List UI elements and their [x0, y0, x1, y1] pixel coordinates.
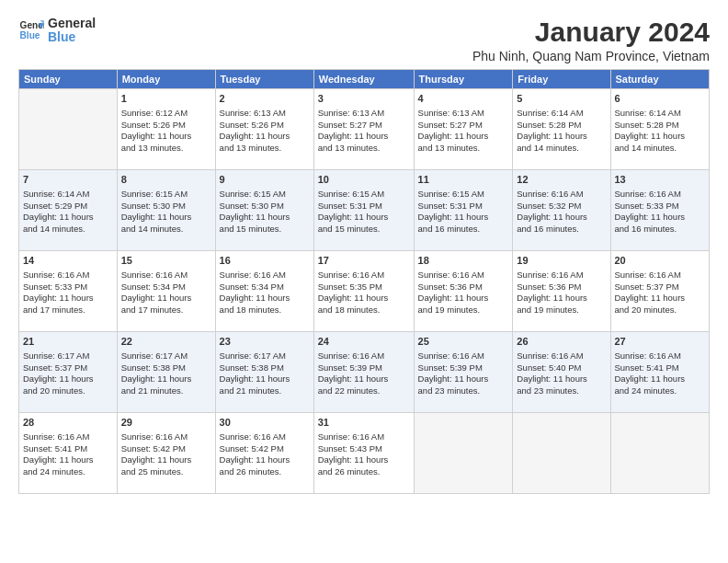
calendar-cell: 9Sunrise: 6:15 AMSunset: 5:30 PMDaylight… [215, 170, 313, 251]
day-info: Sunset: 5:34 PM [121, 282, 211, 293]
day-info: Daylight: 11 hours [615, 373, 706, 385]
day-info: Daylight: 11 hours [121, 454, 211, 466]
day-info: Sunset: 5:42 PM [220, 443, 310, 455]
day-info: and 16 minutes. [615, 224, 706, 236]
day-info: Sunrise: 6:16 AM [418, 270, 509, 282]
day-number: 18 [418, 254, 509, 268]
day-info: Sunrise: 6:16 AM [318, 431, 410, 443]
day-number: 26 [517, 335, 606, 349]
day-info: and 23 minutes. [517, 385, 606, 397]
day-info: Sunset: 5:41 PM [615, 362, 706, 374]
day-info: Daylight: 11 hours [615, 131, 706, 143]
day-info: Daylight: 11 hours [220, 373, 310, 385]
day-info: Sunrise: 6:16 AM [318, 270, 410, 282]
day-info: and 26 minutes. [220, 466, 310, 478]
calendar-table: Sunday Monday Tuesday Wednesday Thursday… [18, 69, 710, 494]
day-number: 1 [121, 92, 211, 106]
day-info: Sunset: 5:36 PM [418, 282, 509, 293]
day-info: and 16 minutes. [418, 224, 509, 236]
day-info: Sunrise: 6:16 AM [23, 431, 113, 443]
calendar-cell: 26Sunrise: 6:16 AMSunset: 5:40 PMDayligh… [513, 332, 610, 413]
calendar-cell: 10Sunrise: 6:15 AMSunset: 5:31 PMDayligh… [313, 170, 414, 251]
calendar-cell [610, 413, 710, 494]
day-info: Sunrise: 6:14 AM [517, 108, 606, 120]
day-info: Sunrise: 6:16 AM [615, 189, 706, 201]
day-info: Sunset: 5:32 PM [517, 201, 606, 213]
day-info: Sunrise: 6:14 AM [23, 189, 113, 201]
col-friday: Friday [513, 70, 610, 89]
day-info: Sunset: 5:41 PM [23, 443, 113, 455]
svg-text:Blue: Blue [20, 31, 40, 41]
day-info: Sunrise: 6:16 AM [517, 189, 606, 201]
day-info: and 18 minutes. [318, 304, 410, 316]
day-info: Sunrise: 6:16 AM [615, 270, 706, 282]
day-info: Sunrise: 6:13 AM [318, 108, 410, 120]
day-info: Sunrise: 6:17 AM [121, 350, 211, 362]
day-info: Sunset: 5:38 PM [121, 362, 211, 374]
day-info: and 14 minutes. [23, 224, 113, 236]
day-info: Sunset: 5:39 PM [318, 362, 410, 374]
day-info: and 25 minutes. [121, 466, 211, 478]
day-info: Daylight: 11 hours [517, 131, 606, 143]
calendar-cell [19, 89, 118, 170]
logo-icon: General Blue [18, 17, 44, 43]
col-wednesday: Wednesday [313, 70, 414, 89]
day-info: Sunset: 5:40 PM [517, 362, 606, 374]
day-number: 22 [121, 335, 211, 349]
calendar-cell: 25Sunrise: 6:16 AMSunset: 5:39 PMDayligh… [414, 332, 513, 413]
day-info: and 22 minutes. [318, 385, 410, 397]
day-info: and 21 minutes. [220, 385, 310, 397]
day-info: Daylight: 11 hours [23, 293, 113, 304]
page: General Blue General Blue January 2024 P… [0, 0, 728, 563]
day-info: Sunrise: 6:16 AM [418, 350, 509, 362]
day-info: Sunset: 5:30 PM [220, 201, 310, 213]
day-number: 9 [220, 173, 310, 187]
day-number: 19 [517, 254, 606, 268]
calendar-cell [414, 413, 513, 494]
day-info: Sunset: 5:28 PM [517, 120, 606, 132]
calendar-cell: 17Sunrise: 6:16 AMSunset: 5:35 PMDayligh… [313, 251, 414, 332]
day-info: Sunset: 5:27 PM [318, 120, 410, 132]
col-saturday: Saturday [610, 70, 710, 89]
day-info: Daylight: 11 hours [121, 293, 211, 304]
calendar-week-4: 21Sunrise: 6:17 AMSunset: 5:37 PMDayligh… [19, 332, 710, 413]
day-info: Sunrise: 6:17 AM [220, 350, 310, 362]
day-info: and 13 minutes. [220, 143, 310, 155]
day-info: Sunrise: 6:16 AM [23, 270, 113, 282]
day-info: Sunset: 5:34 PM [220, 282, 310, 293]
day-number: 16 [220, 254, 310, 268]
day-number: 31 [318, 416, 410, 430]
calendar-cell: 6Sunrise: 6:14 AMSunset: 5:28 PMDaylight… [610, 89, 710, 170]
day-info: Sunset: 5:33 PM [615, 201, 706, 213]
calendar-cell [513, 413, 610, 494]
day-info: and 16 minutes. [517, 224, 606, 236]
calendar-cell: 1Sunrise: 6:12 AMSunset: 5:26 PMDaylight… [117, 89, 215, 170]
day-info: Daylight: 11 hours [615, 293, 706, 304]
day-info: Sunset: 5:26 PM [220, 120, 310, 132]
day-number: 21 [23, 335, 113, 349]
calendar-cell: 8Sunrise: 6:15 AMSunset: 5:30 PMDaylight… [117, 170, 215, 251]
day-info: and 14 minutes. [615, 143, 706, 155]
day-info: Sunset: 5:42 PM [121, 443, 211, 455]
day-info: Sunrise: 6:15 AM [121, 189, 211, 201]
calendar-cell: 14Sunrise: 6:16 AMSunset: 5:33 PMDayligh… [19, 251, 118, 332]
day-number: 11 [418, 173, 509, 187]
logo: General Blue General Blue [18, 17, 96, 45]
sub-title: Phu Ninh, Quang Nam Province, Vietnam [472, 49, 710, 63]
day-number: 24 [318, 335, 410, 349]
header-row: Sunday Monday Tuesday Wednesday Thursday… [19, 70, 710, 89]
day-info: Daylight: 11 hours [418, 131, 509, 143]
day-info: Sunrise: 6:13 AM [220, 108, 310, 120]
calendar-body: 1Sunrise: 6:12 AMSunset: 5:26 PMDaylight… [19, 89, 710, 494]
day-info: Daylight: 11 hours [318, 373, 410, 385]
day-number: 13 [615, 173, 706, 187]
col-sunday: Sunday [19, 70, 118, 89]
day-info: Sunset: 5:37 PM [23, 362, 113, 374]
calendar-cell: 4Sunrise: 6:13 AMSunset: 5:27 PMDaylight… [414, 89, 513, 170]
day-info: Daylight: 11 hours [418, 373, 509, 385]
day-info: Sunrise: 6:16 AM [517, 350, 606, 362]
calendar-header: Sunday Monday Tuesday Wednesday Thursday… [19, 70, 710, 89]
day-info: Daylight: 11 hours [517, 373, 606, 385]
day-info: Sunset: 5:28 PM [615, 120, 706, 132]
calendar-cell: 29Sunrise: 6:16 AMSunset: 5:42 PMDayligh… [117, 413, 215, 494]
